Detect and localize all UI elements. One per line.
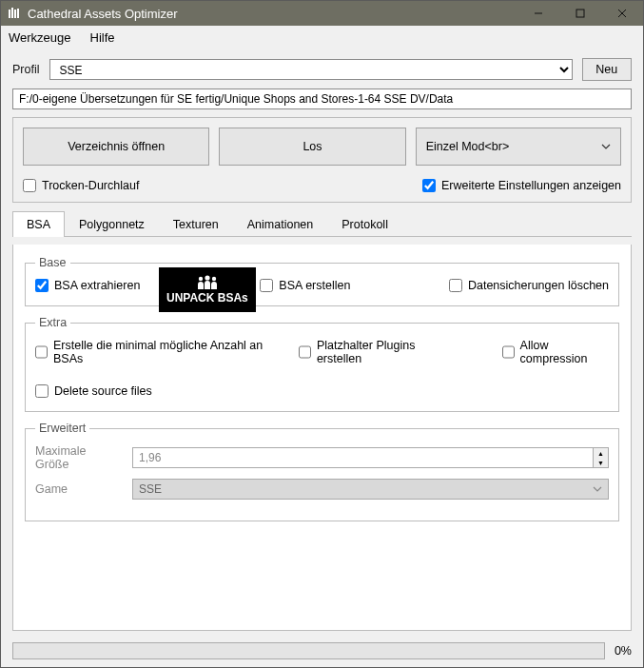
- people-icon: [194, 275, 221, 290]
- extra-row-2: Delete source files: [35, 384, 609, 398]
- delete-source-checkbox[interactable]: Delete source files: [35, 384, 152, 398]
- tab-body: Base BSA extrahieren UNPACK BSAs BSA ers…: [12, 245, 632, 631]
- mode-select[interactable]: Einzel Mod<br>: [416, 128, 621, 166]
- advanced-fieldset: Erweitert Maximale Größe ▲▼ Game SSE: [25, 422, 619, 521]
- minimize-button[interactable]: [517, 1, 559, 26]
- svg-rect-0: [9, 10, 10, 18]
- svg-point-9: [205, 275, 209, 280]
- title-bar: Cathedral Assets Optimizer: [1, 1, 643, 26]
- tab-mesh[interactable]: Polygonnetz: [65, 211, 159, 237]
- base-legend: Base: [35, 256, 70, 269]
- window-controls: [517, 1, 643, 26]
- chevron-down-icon: [601, 142, 611, 151]
- open-directory-button[interactable]: Verzeichnis öffnen: [23, 128, 209, 166]
- actions-panel: Verzeichnis öffnen Los Einzel Mod<br> Tr…: [12, 117, 632, 203]
- svg-rect-1: [11, 8, 13, 18]
- unpack-tooltip: UNPACK BSAs: [159, 267, 256, 312]
- profile-select[interactable]: SSE: [49, 59, 573, 80]
- spin-up-icon[interactable]: ▲: [594, 448, 608, 458]
- chevron-down-icon: [593, 484, 602, 494]
- go-button[interactable]: Los: [219, 128, 405, 166]
- svg-rect-5: [576, 10, 584, 17]
- maximize-button[interactable]: [559, 1, 601, 26]
- max-size-spinner[interactable]: ▲▼: [132, 447, 609, 468]
- content-area: Profil SSE Neu Verzeichnis öffnen Los Ei…: [1, 49, 643, 640]
- game-row: Game SSE: [35, 479, 609, 500]
- tab-bar: BSA Polygonnetz Texturen Animationen Pro…: [12, 210, 632, 237]
- svg-point-10: [212, 277, 216, 281]
- max-size-input[interactable]: [132, 447, 594, 468]
- dry-run-checkbox[interactable]: Trocken-Durchlauf: [23, 179, 139, 192]
- max-size-row: Maximale Größe ▲▼: [35, 444, 609, 471]
- spinner-buttons[interactable]: ▲▼: [594, 447, 609, 468]
- progress-bar: [12, 642, 605, 659]
- window-title: Cathedral Assets Optimizer: [28, 7, 517, 21]
- close-button[interactable]: [601, 1, 643, 26]
- mode-value: Einzel Mod<br>: [426, 140, 510, 153]
- delete-backups-checkbox[interactable]: Datensicherungen löschen: [449, 279, 609, 292]
- profile-row: Profil SSE Neu: [12, 58, 632, 81]
- svg-rect-3: [17, 9, 19, 18]
- tab-bsa[interactable]: BSA: [12, 211, 65, 237]
- spin-down-icon[interactable]: ▼: [594, 458, 608, 467]
- app-window: Cathedral Assets Optimizer Werkzeuge Hil…: [0, 0, 644, 668]
- base-fieldset: Base BSA extrahieren UNPACK BSAs BSA ers…: [25, 256, 619, 306]
- advanced-settings-checkbox[interactable]: Erweiterte Einstellungen anzeigen: [422, 179, 621, 192]
- max-size-label: Maximale Größe: [35, 444, 121, 471]
- svg-point-8: [199, 277, 203, 281]
- svg-rect-2: [14, 10, 16, 18]
- advanced-legend: Erweitert: [35, 422, 89, 435]
- extra-row-1: Erstelle die minimal mögliche Anzahl an …: [35, 339, 609, 365]
- dummy-plugins-checkbox[interactable]: Platzhalter Plugins erstellen: [299, 339, 449, 365]
- menu-help[interactable]: Hilfe: [90, 30, 115, 45]
- extra-fieldset: Extra Erstelle die minimal mögliche Anza…: [25, 316, 619, 412]
- tab-textures[interactable]: Texturen: [159, 211, 233, 237]
- flags-row: Trocken-Durchlauf Erweiterte Einstellung…: [23, 179, 621, 192]
- menu-tools[interactable]: Werkzeuge: [9, 30, 71, 45]
- actions-row: Verzeichnis öffnen Los Einzel Mod<br>: [23, 128, 621, 166]
- profile-label: Profil: [12, 63, 40, 76]
- min-bsa-checkbox[interactable]: Erstelle die minimal mögliche Anzahl an …: [35, 339, 272, 365]
- game-select: SSE: [132, 479, 609, 500]
- base-row: BSA extrahieren UNPACK BSAs BSA erstelle…: [35, 279, 609, 292]
- tab-animations[interactable]: Animationen: [233, 211, 328, 237]
- menu-bar: Werkzeuge Hilfe: [1, 26, 643, 49]
- app-icon: [7, 6, 22, 21]
- tab-log[interactable]: Protokoll: [327, 211, 402, 237]
- path-input[interactable]: [12, 88, 632, 109]
- progress-percent: 0%: [615, 644, 632, 658]
- extra-grid: Erstelle die minimal mögliche Anzahl an …: [35, 339, 609, 398]
- extra-legend: Extra: [35, 316, 70, 329]
- create-bsa-checkbox[interactable]: BSA erstellen: [260, 279, 350, 292]
- extract-bsa-checkbox[interactable]: BSA extrahieren: [35, 279, 140, 292]
- footer: 0%: [1, 640, 643, 667]
- new-profile-button[interactable]: Neu: [582, 58, 632, 81]
- allow-compression-checkbox[interactable]: Allow compression: [502, 339, 609, 365]
- game-value: SSE: [139, 482, 162, 496]
- game-label: Game: [35, 482, 121, 496]
